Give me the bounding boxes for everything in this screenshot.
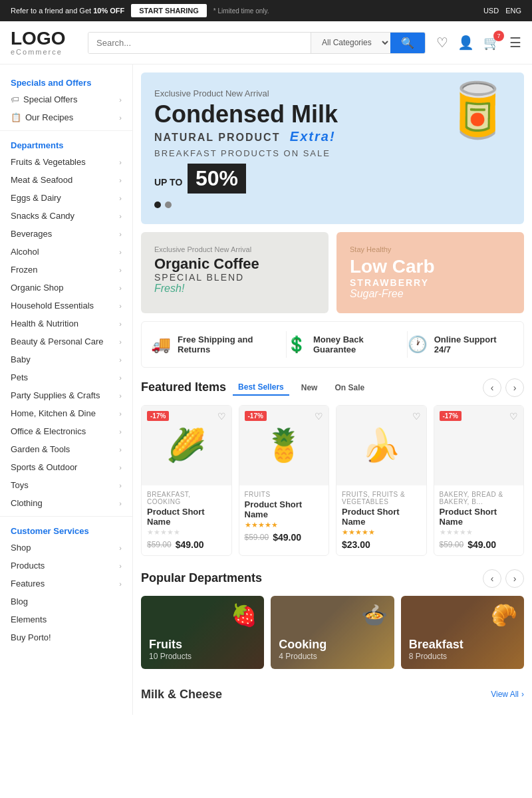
dept-prev-button[interactable]: ‹	[483, 569, 501, 588]
category-select[interactable]: All Categories	[311, 33, 390, 53]
sidebar-item-dept[interactable]: Beauty & Personal Care›	[0, 332, 132, 350]
tab-best-sellers[interactable]: Best Sellers	[233, 380, 289, 396]
product-stars: ★★★★★	[245, 521, 324, 529]
chevron-icon: ›	[119, 356, 122, 364]
dept-label: Fruits & Vegetables	[11, 157, 86, 167]
chevron-icon: ›	[119, 392, 122, 400]
department-card[interactable]: 🥐 Breakfast 8 Products	[401, 596, 524, 669]
top-bar-right: USD ENG	[483, 7, 521, 15]
dept-name: Fruits	[149, 638, 256, 652]
sub-banner-right-title: Low Carb	[350, 256, 511, 277]
departments-section-title: Departments	[0, 135, 132, 153]
promo-bold: 10% OFF	[93, 7, 124, 15]
dept-count: 4 Products	[279, 652, 386, 661]
tab-on-sale[interactable]: On Sale	[329, 380, 370, 395]
sidebar-item-dept[interactable]: Fruits & Vegetables›	[0, 153, 132, 171]
hero-dot-2[interactable]	[165, 201, 172, 208]
dept-label: Party Supplies & Crafts	[11, 390, 100, 400]
product-badge: -17%	[440, 411, 462, 421]
menu-icon[interactable]: ☰	[509, 35, 521, 51]
product-name[interactable]: Product Short Name	[147, 507, 226, 527]
dept-label: Frozen	[11, 265, 37, 275]
shipping-text: Free Shipping and Returns	[178, 334, 286, 354]
sidebar-item-dept[interactable]: Eggs & Dairy›	[0, 189, 132, 207]
department-card[interactable]: 🍓 Fruits 10 Products	[141, 596, 264, 669]
sidebar-item-customer[interactable]: Blog	[0, 593, 132, 610]
sub-banner-coffee[interactable]: Exclusive Product New Arrival Organic Co…	[141, 232, 329, 313]
chevron-icon: ›	[119, 562, 122, 570]
product-name[interactable]: Product Short Name	[440, 507, 519, 527]
our-recipes-label: Our Recipes	[25, 112, 73, 122]
sidebar-item-customer[interactable]: Buy Porto!	[0, 628, 132, 646]
view-all-link[interactable]: View All ›	[491, 690, 524, 699]
sidebar-item-dept[interactable]: Meat & Seafood›	[0, 171, 132, 189]
sidebar-item-customer[interactable]: Products›	[0, 557, 132, 575]
account-icon[interactable]: 👤	[458, 35, 474, 51]
sub-banner-lowcarb[interactable]: Stay Healthy Low Carb STRAWBERRY Sugar-F…	[336, 232, 524, 313]
product-image: -17% ♡	[434, 406, 524, 485]
sidebar-item-dept[interactable]: Home, Kitchen & Dine›	[0, 404, 132, 422]
sidebar-item-dept[interactable]: Pets›	[0, 368, 132, 386]
sidebar-item-dept[interactable]: Household Essentials›	[0, 297, 132, 315]
sub-banners: Exclusive Product New Arrival Organic Co…	[141, 232, 524, 313]
wishlist-icon[interactable]: ♡	[436, 35, 448, 51]
sidebar-item-dept[interactable]: Health & Nutrition›	[0, 315, 132, 332]
wishlist-button[interactable]: ♡	[217, 411, 226, 422]
cart-icon[interactable]: 🛒 7	[483, 35, 500, 51]
department-card[interactable]: 🍲 Cooking 4 Products	[271, 596, 394, 669]
chevron-icon: ›	[119, 410, 122, 418]
featured-nav: ‹ ›	[483, 378, 524, 397]
sidebar-item-dept[interactable]: Beverages›	[0, 225, 132, 243]
hero-dot-1[interactable]	[154, 201, 161, 208]
price-new: $49.00	[467, 539, 496, 550]
sidebar-item-dept[interactable]: Frozen›	[0, 261, 132, 279]
sidebar-item-dept[interactable]: Toys›	[0, 476, 132, 494]
featured-next-button[interactable]: ›	[505, 378, 524, 397]
sidebar-item-dept[interactable]: Snacks & Candy›	[0, 207, 132, 225]
sidebar-item-dept[interactable]: Sports & Outdoor›	[0, 458, 132, 476]
sidebar-item-customer[interactable]: Features›	[0, 575, 132, 593]
dept-next-button[interactable]: ›	[505, 569, 524, 588]
product-image: -17% 🍍 ♡	[239, 406, 329, 485]
sidebar-item-dept[interactable]: Organic Shop›	[0, 279, 132, 297]
search-button[interactable]: 🔍	[390, 33, 425, 53]
search-input[interactable]	[88, 33, 311, 53]
cart-badge: 7	[493, 31, 504, 41]
currency-selector[interactable]: USD	[483, 7, 499, 15]
sidebar-item-dept[interactable]: Clothing›	[0, 494, 132, 512]
logo[interactable]: LOGO eCommerce	[11, 29, 77, 56]
sidebar-item-dept[interactable]: Office & Electronics›	[0, 422, 132, 440]
sub-banner-left-blend: SPECIAL BLEND	[154, 272, 315, 283]
sidebar-item-dept[interactable]: Garden & Tools›	[0, 440, 132, 458]
product-name[interactable]: Product Short Name	[245, 499, 324, 519]
dept-label: Eggs & Dairy	[11, 193, 61, 203]
wishlist-button[interactable]: ♡	[315, 411, 323, 422]
sidebar-item-dept[interactable]: Alcohol›	[0, 243, 132, 261]
chevron-icon: ›	[119, 481, 122, 489]
dept-label: Beauty & Personal Care	[11, 336, 103, 346]
product-card: 🍌 ♡ FRUITS, FRUITS & VEGETABLES Product …	[336, 405, 427, 556]
sidebar-item-dept[interactable]: Baby›	[0, 350, 132, 368]
start-sharing-button[interactable]: START SHARING	[131, 4, 207, 17]
milk-title: Milk & Cheese	[141, 688, 222, 702]
language-selector[interactable]: ENG	[505, 7, 521, 15]
header: LOGO eCommerce All Categories 🔍 ♡ 👤 🛒 7 …	[0, 21, 532, 65]
sidebar-item-our-recipes[interactable]: 📋Our Recipes ›	[0, 108, 132, 126]
product-name[interactable]: Product Short Name	[342, 507, 421, 527]
tab-new[interactable]: New	[296, 380, 323, 395]
sub-banner-left-subtitle: Exclusive Product New Arrival	[154, 245, 315, 253]
wishlist-button[interactable]: ♡	[412, 411, 421, 422]
header-icons: ♡ 👤 🛒 7 ☰	[436, 35, 521, 51]
dept-label: Sports & Outdoor	[11, 462, 77, 472]
chevron-icon: ›	[119, 499, 122, 507]
featured-prev-button[interactable]: ‹	[483, 378, 501, 397]
moneyback-icon: 💲	[287, 335, 307, 354]
sidebar-item-special-offers[interactable]: 🏷Special Offers ›	[0, 90, 132, 108]
sidebar-item-customer[interactable]: Shop›	[0, 539, 132, 557]
sidebar-item-customer[interactable]: Elements	[0, 610, 132, 628]
product-grid: -17% 🌽 ♡ BREAKFAST, COOKING Product Shor…	[141, 405, 524, 556]
customer-label: Products	[11, 561, 45, 571]
sidebar-item-dept[interactable]: Party Supplies & Crafts›	[0, 386, 132, 404]
dept-label: Baby	[11, 354, 31, 364]
wishlist-button[interactable]: ♡	[509, 411, 518, 422]
